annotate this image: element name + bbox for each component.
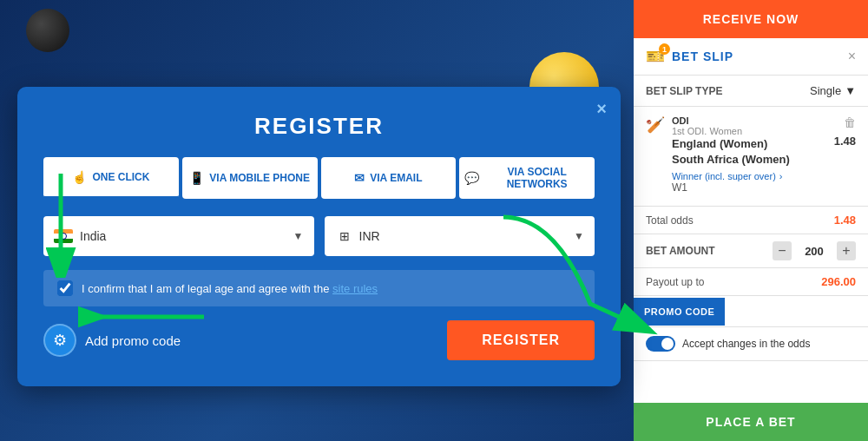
- promo-gear-icon: ⚙: [43, 324, 76, 357]
- payout-value: 296.00: [821, 275, 856, 288]
- register-modal: × REGISTER ☝ ONE CLICK 📱 VIA MOBILE PHON…: [17, 87, 621, 386]
- modal-close-button[interactable]: ×: [596, 99, 607, 119]
- modal-title: REGISTER: [43, 113, 595, 140]
- bet-selection: W1: [672, 181, 790, 194]
- bet-slip-type-value: Single: [810, 84, 841, 97]
- country-chevron-icon: ▼: [293, 230, 304, 242]
- tab-social-label: VIA SOCIAL NETWORKS: [484, 166, 589, 190]
- bet-slip-type-row: BET SLIP TYPE Single ▼: [634, 76, 868, 107]
- accept-changes-toggle[interactable]: [646, 336, 675, 352]
- mobile-icon: 📱: [189, 171, 204, 185]
- bet-slip-type-label: BET SLIP TYPE: [646, 85, 722, 97]
- bet-slip-type-select[interactable]: Single ▼: [810, 84, 856, 97]
- bet-odds-value: 1.48: [834, 135, 856, 148]
- payout-row: Payout up to 296.00: [634, 268, 868, 296]
- bet-slip-header: 🎫 1 BET SLIP ×: [634, 38, 868, 76]
- bet-match-info: 1st ODI. Women: [672, 126, 790, 136]
- currency-chevron-icon: ▼: [574, 230, 584, 242]
- bet-slip-count-badge: 1: [659, 43, 670, 55]
- bet-amount-row: BET AMOUNT − 200 +: [634, 234, 868, 268]
- bet-slip-type-chevron-icon: ▼: [845, 84, 856, 97]
- register-button[interactable]: REGISTER: [447, 320, 595, 360]
- accept-changes-row: Accept changes in the odds: [634, 327, 868, 361]
- bet-team1: England (Women): [672, 136, 790, 152]
- country-select[interactable]: India ▼: [43, 216, 314, 256]
- promo-code-button[interactable]: ⚙ Add promo code: [43, 324, 181, 357]
- delete-bet-icon[interactable]: 🗑: [844, 115, 856, 129]
- legal-age-checkbox-row: I confirm that I am of legal age and agr…: [43, 270, 595, 306]
- total-odds-label: Total odds: [646, 214, 694, 227]
- promo-code-section-label: PROMO CODE: [634, 298, 725, 326]
- tab-mobile-label: VIA MOBILE PHONE: [209, 172, 310, 184]
- bet-amount-value: 200: [799, 245, 830, 258]
- toggle-knob: [661, 338, 674, 350]
- inr-icon: ⊞: [335, 229, 354, 243]
- modal-bottom-row: ⚙ Add promo code REGISTER: [43, 320, 595, 360]
- tab-one-click-label: ONE CLICK: [92, 171, 149, 183]
- accept-changes-label: Accept changes in the odds: [682, 338, 810, 350]
- cricket-icon: 🏏: [646, 115, 665, 135]
- currency-label: INR: [359, 229, 575, 243]
- bet-item-left: 🏏 ODI 1st ODI. Women England (Women) Sou…: [646, 115, 790, 194]
- bet-item: 🏏 ODI 1st ODI. Women England (Women) Sou…: [634, 107, 868, 207]
- bet-team2: South Africa (Women): [672, 152, 790, 168]
- total-odds-row: Total odds 1.48: [634, 207, 868, 234]
- place-bet-button[interactable]: PLACE A BET: [634, 403, 868, 441]
- promo-code-label: Add promo code: [85, 333, 181, 348]
- tab-email[interactable]: ✉ VIA EMAIL: [321, 157, 457, 199]
- bet-slip-close-button[interactable]: ×: [848, 49, 856, 64]
- tab-social[interactable]: 💬 VIA SOCIAL NETWORKS: [459, 157, 595, 199]
- tab-email-label: VIA EMAIL: [370, 172, 422, 184]
- bet-slip-title-wrap: 🎫 1 BET SLIP: [646, 47, 733, 66]
- right-panel: RECEIVE NOW 🎫 1 BET SLIP × BET SLIP TYPE…: [634, 0, 868, 441]
- email-icon: ✉: [354, 171, 365, 185]
- bet-amount-plus-button[interactable]: +: [837, 241, 856, 260]
- one-click-icon: ☝: [72, 170, 87, 184]
- decorative-ball-dark: [26, 9, 69, 52]
- india-flag: [54, 229, 73, 243]
- bet-market[interactable]: Winner (incl. super over): [672, 171, 776, 181]
- bet-amount-control: − 200 +: [773, 241, 856, 260]
- bet-amount-label: BET AMOUNT: [646, 245, 715, 257]
- legal-age-checkbox[interactable]: [57, 280, 73, 296]
- promo-code-row: PROMO CODE: [634, 296, 868, 327]
- bet-slip-title: BET SLIP: [672, 49, 733, 63]
- legal-age-label: I confirm that I am of legal age and agr…: [82, 282, 378, 295]
- register-tabs: ☝ ONE CLICK 📱 VIA MOBILE PHONE ✉ VIA EMA…: [43, 157, 595, 199]
- currency-select[interactable]: ⊞ INR ▼: [325, 216, 595, 256]
- promo-code-input[interactable]: [725, 296, 868, 326]
- social-icon: 💬: [464, 171, 479, 185]
- total-odds-value: 1.48: [834, 214, 856, 227]
- bet-sport: ODI: [672, 115, 790, 126]
- bet-amount-minus-button[interactable]: −: [773, 241, 792, 260]
- tab-one-click[interactable]: ☝ ONE CLICK: [43, 157, 179, 199]
- bet-slip-icon: 🎫 1: [646, 47, 665, 66]
- bet-item-top: 🏏 ODI 1st ODI. Women England (Women) Sou…: [646, 115, 856, 194]
- country-label: India: [80, 229, 293, 243]
- payout-label: Payout up to: [646, 276, 704, 288]
- country-currency-row: India ▼ ⊞ INR ▼: [43, 216, 595, 256]
- flag-circle: [60, 233, 67, 240]
- tab-mobile-phone[interactable]: 📱 VIA MOBILE PHONE: [182, 157, 318, 199]
- receive-now-button[interactable]: RECEIVE NOW: [634, 0, 868, 38]
- site-rules-link[interactable]: site rules: [332, 282, 378, 295]
- bet-item-info: ODI 1st ODI. Women England (Women) South…: [672, 115, 790, 194]
